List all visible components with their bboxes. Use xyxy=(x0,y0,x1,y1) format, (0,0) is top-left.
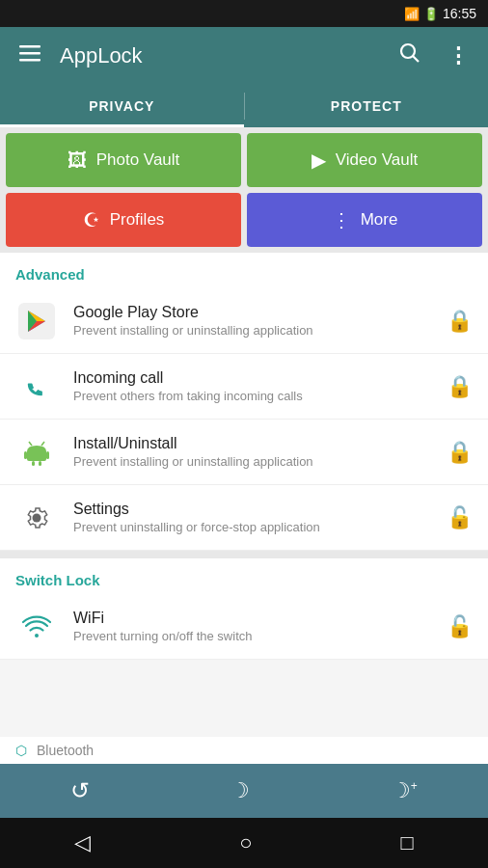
wifi-icon xyxy=(15,606,58,648)
svg-line-4 xyxy=(413,56,419,62)
svg-rect-13 xyxy=(24,451,27,459)
settings-lock-icon[interactable]: 🔓 xyxy=(447,505,473,530)
recents-button[interactable]: □ xyxy=(393,823,421,863)
tab-protect[interactable]: PROTECT xyxy=(245,85,489,127)
svg-rect-0 xyxy=(19,45,41,48)
toolbar: AppLock ⋮ xyxy=(0,27,488,85)
settings-content: Settings Prevent uninstalling or force-s… xyxy=(73,501,447,534)
svg-point-3 xyxy=(401,44,415,58)
photo-vault-button[interactable]: 🖼 Photo Vault xyxy=(6,133,241,187)
advanced-section: Advanced Google Play Store Prevent insta… xyxy=(0,253,488,551)
tab-privacy[interactable]: PRIVACY xyxy=(0,85,244,127)
list-item-incoming-call[interactable]: Incoming call Prevent others from taking… xyxy=(0,354,488,420)
list-item-wifi[interactable]: WiFi Prevent turning on/off the switch 🔓 xyxy=(0,594,488,660)
profiles-icon: ☪ xyxy=(83,208,100,231)
bottom-action-bar: ↺ ☽ ☽+ xyxy=(0,764,488,818)
video-vault-label: Video Vault xyxy=(336,150,418,170)
photo-vault-icon: 🖼 xyxy=(68,149,87,172)
svg-line-12 xyxy=(41,442,44,446)
list-item-install-uninstall[interactable]: Install/Uninstall Prevent installing or … xyxy=(0,420,488,485)
incoming-call-content: Incoming call Prevent others from taking… xyxy=(73,369,447,403)
install-uninstall-lock-icon[interactable]: 🔒 xyxy=(447,440,473,465)
settings-subtitle: Prevent uninstalling or force-stop appli… xyxy=(73,520,447,534)
tabs: PRIVACY PROTECT xyxy=(0,85,488,127)
svg-rect-16 xyxy=(39,461,41,466)
bluetooth-partial-item: ⬡ Bluetooth xyxy=(0,737,488,764)
battery-icon: 🔋 xyxy=(423,7,439,21)
svg-rect-1 xyxy=(19,52,41,55)
switch-lock-section: Switch Lock WiFi Prevent turning on/off … xyxy=(0,558,488,660)
more-icon[interactable]: ⋮ xyxy=(440,36,476,76)
advanced-section-header: Advanced xyxy=(0,253,488,288)
quick-buttons: 🖼 Photo Vault ▶ Video Vault ☪ Profiles ⋮… xyxy=(0,127,488,253)
status-time: 16:55 xyxy=(443,6,476,21)
google-play-content: Google Play Store Prevent installing or … xyxy=(73,304,447,338)
menu-icon[interactable] xyxy=(12,35,48,77)
google-play-subtitle: Prevent installing or uninstalling appli… xyxy=(73,323,447,338)
android-icon xyxy=(15,431,58,474)
refresh-button[interactable]: ↺ xyxy=(51,770,109,812)
night-mode-button[interactable]: ☽ xyxy=(211,771,269,811)
google-play-title: Google Play Store xyxy=(73,304,447,321)
settings-icon xyxy=(15,497,58,539)
back-button[interactable]: ◁ xyxy=(67,823,98,863)
svg-line-11 xyxy=(29,442,32,446)
install-uninstall-subtitle: Prevent installing or uninstalling appli… xyxy=(73,454,447,469)
google-play-lock-icon[interactable]: 🔒 xyxy=(447,309,473,334)
phone-icon xyxy=(15,366,58,408)
wifi-lock-icon[interactable]: 🔓 xyxy=(447,614,473,639)
more-label: More xyxy=(361,210,398,230)
video-vault-button[interactable]: ▶ Video Vault xyxy=(247,133,482,187)
svg-rect-2 xyxy=(19,59,41,62)
app-title: AppLock xyxy=(60,43,380,68)
wifi-title: WiFi xyxy=(73,610,447,627)
wifi-content: WiFi Prevent turning on/off the switch xyxy=(73,610,447,643)
switch-lock-header: Switch Lock xyxy=(0,558,488,594)
incoming-call-title: Incoming call xyxy=(73,369,447,387)
install-uninstall-content: Install/Uninstall Prevent installing or … xyxy=(73,435,447,469)
more-button[interactable]: ⋮ More xyxy=(247,193,482,247)
photo-vault-label: Photo Vault xyxy=(96,150,180,170)
nav-bar: ◁ ○ □ xyxy=(0,818,488,868)
home-button[interactable]: ○ xyxy=(231,823,259,863)
profiles-button[interactable]: ☪ Profiles xyxy=(6,193,241,247)
section-divider xyxy=(0,551,488,558)
list-item-settings[interactable]: Settings Prevent uninstalling or force-s… xyxy=(0,485,488,551)
status-icons: 📶 🔋 16:55 xyxy=(404,6,476,21)
svg-rect-15 xyxy=(32,461,35,466)
search-icon[interactable] xyxy=(392,35,428,77)
signal-icon: 📶 xyxy=(404,7,420,21)
wifi-subtitle: Prevent turning on/off the switch xyxy=(73,629,447,643)
list-item-google-play[interactable]: Google Play Store Prevent installing or … xyxy=(0,288,488,354)
bluetooth-icon: ⬡ xyxy=(15,743,27,758)
add-night-mode-button[interactable]: ☽+ xyxy=(372,771,437,811)
google-play-icon xyxy=(15,300,58,342)
video-vault-icon: ▶ xyxy=(312,149,326,172)
profiles-label: Profiles xyxy=(110,210,165,230)
svg-rect-14 xyxy=(46,451,49,459)
bluetooth-partial-text: Bluetooth xyxy=(37,743,94,758)
incoming-call-lock-icon[interactable]: 🔒 xyxy=(447,374,473,399)
install-uninstall-title: Install/Uninstall xyxy=(73,435,447,452)
more-dots-icon: ⋮ xyxy=(332,208,351,231)
settings-title: Settings xyxy=(73,501,447,518)
status-bar: 📶 🔋 16:55 xyxy=(0,0,488,27)
incoming-call-subtitle: Prevent others from taking incoming call… xyxy=(73,389,447,403)
